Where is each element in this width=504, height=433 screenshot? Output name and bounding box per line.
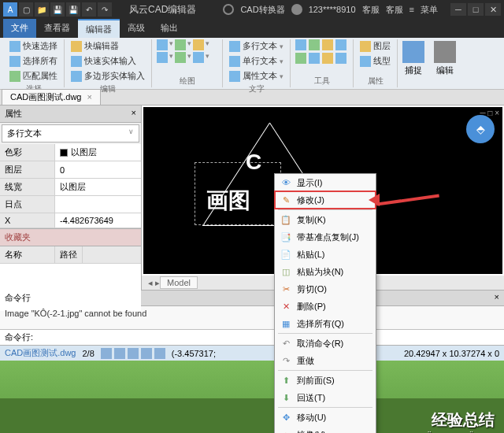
ribbon-group-text: 多行文本▾ 单行文本▾ 属性文本▾ 文字 (223, 39, 291, 87)
context-menu-item[interactable]: 👁显示(I) (275, 174, 376, 191)
converter-icon[interactable] (223, 4, 234, 15)
support-link[interactable]: 客服 (362, 4, 380, 16)
saveas-icon[interactable]: 💾 (66, 2, 80, 17)
undo-icon[interactable]: ↶ (82, 2, 96, 17)
capture-icon (402, 41, 424, 63)
context-menu-item[interactable]: ◫粘贴为块(N) (275, 263, 376, 280)
prop-value[interactable]: 0 (55, 161, 141, 178)
mtext-button[interactable]: 多行文本▾ (228, 39, 285, 53)
context-menu-item[interactable]: ✂剪切(O) (275, 280, 376, 298)
context-menu-item[interactable]: 📑带基准点复制(J) (275, 228, 376, 246)
draw-tool-icon[interactable] (175, 39, 186, 50)
prop-value[interactable] (55, 196, 141, 213)
stext-button[interactable]: 单行文本▾ (228, 54, 285, 68)
tool-icon[interactable] (309, 39, 320, 50)
tab-close-icon[interactable]: × (87, 92, 92, 102)
tool-icon[interactable] (335, 53, 346, 64)
draw-tool-icon[interactable] (157, 52, 168, 63)
match-prop-button[interactable]: 匹配属性 (8, 69, 59, 83)
new-icon[interactable]: ▢ (19, 2, 33, 17)
draw-tool-icon[interactable] (175, 52, 186, 63)
attr-text-button[interactable]: 属性文本▾ (228, 69, 285, 83)
tool-icon[interactable] (295, 53, 306, 64)
status-bar: CAD画图测试.dwg 2/8 (-3.457317; 20.42947 x 1… (0, 345, 504, 361)
tool-icon[interactable] (335, 39, 346, 50)
quick-entity-button[interactable]: 快速实体输入 (69, 54, 146, 68)
prop-value[interactable]: 以图层 (55, 179, 141, 195)
polar-toggle-icon[interactable] (141, 348, 152, 359)
context-menu: 👁显示(I)✎修改(J)📋复制(K)📑带基准点复制(J)📄粘贴(L)◫粘贴为块(… (274, 173, 376, 433)
ribbon: 快速选择 选择所有 匹配属性 选择 块编辑器 快速实体输入 多边形实体输入 编辑… (0, 38, 504, 90)
nav-cube-icon[interactable]: ⬘ (466, 115, 495, 143)
context-menu-item[interactable]: ⬆到前面(S) (275, 372, 376, 389)
support-label[interactable]: 客服 (386, 4, 403, 16)
canvas-text[interactable]: C (246, 150, 261, 175)
block-editor-button[interactable]: 块编辑器 (69, 39, 146, 53)
context-menu-item[interactable]: 📄粘贴(L) (275, 246, 376, 263)
save-icon[interactable]: 💾 (50, 2, 65, 17)
prop-key: 色彩 (0, 144, 55, 161)
tab-viewer[interactable]: 查看器 (36, 19, 78, 38)
context-menu-item[interactable]: ▦选择所有(Q) (275, 315, 376, 332)
context-menu-item[interactable]: ⬇回送(T) (275, 389, 376, 406)
tab-editor[interactable]: 编辑器 (78, 19, 120, 38)
snap-toggle-icon[interactable] (101, 348, 112, 359)
document-tab[interactable]: CAD画图测试.dwg × (2, 89, 101, 105)
tool-icon[interactable] (322, 53, 333, 64)
context-menu-item[interactable]: ✕删除(P) (275, 298, 376, 315)
ortho-toggle-icon[interactable] (128, 348, 139, 359)
menu-icon[interactable]: ≡ (410, 5, 414, 14)
open-icon[interactable]: 📁 (35, 2, 49, 17)
draw-tool-icon[interactable] (157, 39, 168, 50)
panel-close-icon[interactable]: × (132, 108, 136, 120)
user-id[interactable]: 123****8910 (309, 5, 356, 14)
commandline-input[interactable] (33, 331, 499, 343)
context-menu-item[interactable]: ✥移动(U) (275, 409, 376, 426)
edit-big-button[interactable]: 编辑 (429, 39, 461, 87)
context-menu-item[interactable]: ✎修改(J) (275, 191, 376, 209)
context-menu-item[interactable]: ▲镜像(V) (275, 426, 376, 433)
draw-tool-icon[interactable] (193, 52, 204, 63)
menu-item-icon: ⬇ (280, 391, 292, 404)
menu-item-icon: ⬆ (280, 374, 292, 387)
minimize-button[interactable]: ─ (450, 3, 466, 16)
tool-icon[interactable] (322, 39, 333, 50)
user-avatar-icon[interactable] (291, 4, 302, 15)
status-filename: CAD画图测试.dwg (5, 347, 76, 359)
redo-icon[interactable]: ↷ (98, 2, 112, 17)
select-all-button[interactable]: 选择所有 (8, 54, 59, 68)
context-menu-item[interactable]: ↶取消命令(R) (275, 335, 376, 352)
context-menu-item[interactable]: ↷重做 (275, 352, 376, 369)
layer-button[interactable]: 图层 (358, 39, 392, 53)
osnap-toggle-icon[interactable] (154, 348, 165, 359)
tool-icon[interactable] (309, 53, 320, 64)
model-tab[interactable]: Model (160, 276, 198, 289)
tab-advanced[interactable]: 高级 (120, 19, 153, 38)
tool-icon[interactable] (295, 39, 306, 50)
panel-close-icon[interactable]: × (495, 292, 499, 304)
favorites-header[interactable]: 收藏夹 (0, 228, 141, 246)
menu-label[interactable]: 菜单 (421, 4, 438, 16)
capture-button[interactable]: 捕捉 (398, 39, 429, 87)
poly-entity-button[interactable]: 多边形实体输入 (69, 69, 146, 83)
grid-toggle-icon[interactable] (114, 348, 125, 359)
canvas-text[interactable]: 画图 (206, 186, 250, 216)
close-button[interactable]: ✕ (485, 3, 501, 16)
tab-nav-icon[interactable]: ◂ ▸ (148, 278, 160, 288)
menu-item-label: 移动(U) (297, 412, 326, 424)
menu-item-icon: 📑 (280, 231, 292, 243)
ribbon-label-text: 文字 (228, 83, 285, 95)
app-logo-icon[interactable]: A (3, 2, 17, 17)
fav-col-path: 路径 (55, 246, 83, 263)
tab-output[interactable]: 输出 (153, 19, 186, 38)
entity-type-dropdown[interactable]: 多行文本∨ (2, 124, 139, 142)
maximize-button[interactable]: □ (468, 3, 484, 16)
context-menu-item[interactable]: 📋复制(K) (275, 211, 376, 228)
prop-value[interactable]: 以图层 (55, 144, 141, 161)
tab-file[interactable]: 文件 (3, 19, 36, 38)
quick-select-button[interactable]: 快速选择 (8, 39, 59, 53)
draw-tool-icon[interactable] (193, 39, 204, 50)
linetype-button[interactable]: 线型 (358, 54, 392, 68)
prop-value[interactable]: -4.482673649 (55, 213, 141, 228)
converter-link[interactable]: CAD转换器 (240, 4, 284, 16)
